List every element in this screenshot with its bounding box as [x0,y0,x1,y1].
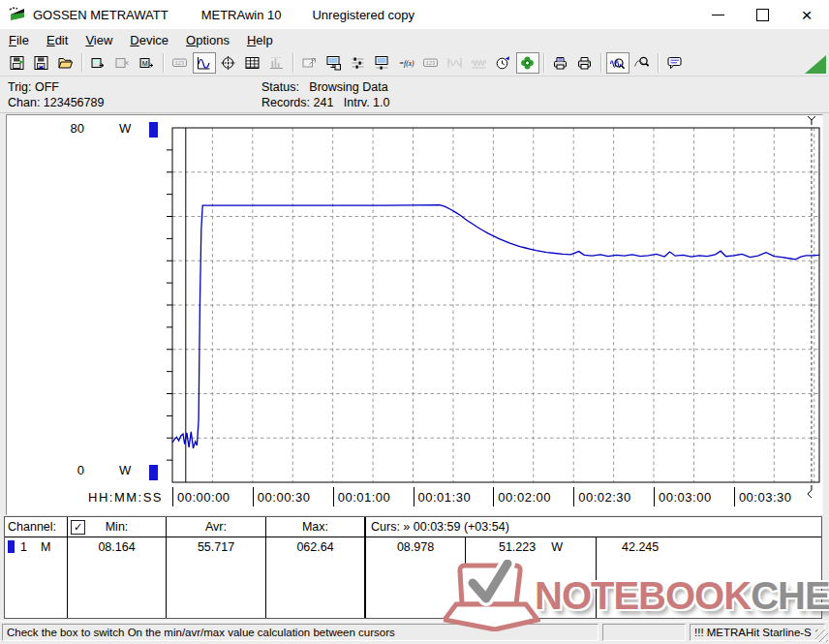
app-window: GOSSEN METRAWATT METRAwin 10 Unregistere… [0,0,829,644]
x-axis-row: HH:MM:SS 00:00:0000:00:3000:01:0000:01:3… [7,487,822,508]
x-axis-tick-label: 00:02:00 [498,490,551,505]
toolbar-separator [163,53,164,73]
annotation-icon [666,55,683,71]
title-license-status: Unregistered copy [312,8,414,22]
menu-item-help[interactable]: Help [238,31,282,49]
channel-id: 1 [20,540,27,554]
device-memory-button[interactable]: M [136,52,159,74]
menu-item-edit[interactable]: Edit [38,31,77,49]
save-as-button[interactable] [30,52,53,74]
device-stop-button [111,52,135,74]
save-data-button[interactable] [6,52,29,74]
display-config-button[interactable] [371,52,394,74]
toolbar: M123=f(x)123 [0,50,829,77]
device-read-icon [90,55,107,71]
app-logo-icon [9,6,26,23]
secondary-display-icon: 123 [422,55,439,71]
print-button[interactable] [573,52,597,74]
x-axis-tick-label: 00:01:00 [338,490,391,505]
browse-status: Status: Browsing Data [261,79,389,95]
x-axis-tick [734,487,735,506]
x-axis-tick-label: 00:00:30 [258,490,311,505]
cursor-diff-value: 42.245 [597,537,821,618]
channel-config-button[interactable] [347,52,370,74]
crosshair-cursors-icon [220,55,236,71]
save-as-icon [33,55,49,71]
cursor2-value: 51.223 [499,540,536,554]
x-axis-tick [414,487,414,506]
menu-item-view[interactable]: View [77,31,121,49]
power-trend-chart[interactable] [7,115,822,514]
status-bar: Check the box to switch On the min/avr/m… [0,621,829,644]
channel-list: Chan: 123456789 [8,95,104,110]
close-button[interactable]: × [784,0,829,29]
toolbar-green-triangle-icon [805,55,826,74]
x-axis-tick [654,487,655,506]
formula-button[interactable]: =f(x) [395,52,418,74]
menu-item-file[interactable]: File [0,31,38,49]
cursor2-value-cell: 51.223 W [466,537,597,618]
statusbar-hint-text: Check the box to switch On the min/avr/m… [2,624,599,641]
data-table-button[interactable] [241,52,264,74]
chart-panel[interactable]: 80 W 0 W HH:MM:SS 00:00:0000:00:3000:01:… [6,114,823,515]
curve-chart-button[interactable] [193,52,216,74]
device-stop-icon [114,55,131,71]
header-cursor-info: Curs: » 00:03:59 (+03:54) [365,517,821,537]
zoom-signal-icon [609,55,626,71]
minmax-calc-checkbox[interactable]: ✓ [71,520,85,535]
svg-text:M: M [142,60,148,67]
annotation-button[interactable] [663,52,687,74]
wave-multi-icon [471,55,487,71]
save-data-icon [9,55,25,71]
live-record-icon [519,55,536,71]
numeric-display-icon: 123 [171,55,188,71]
avr-value: 55.717 [167,537,266,618]
interval-timer-icon [495,55,511,71]
header-max: Max: [266,517,365,537]
menu-item-device[interactable]: Device [121,31,177,49]
print-icon [576,55,593,71]
menu-item-options[interactable]: Options [177,31,238,49]
maximize-button[interactable] [740,0,784,29]
x-axis-tick-label: 00:00:00 [177,490,230,505]
zoom-signal-button[interactable] [606,52,629,74]
print-preview-icon [552,55,568,71]
display-config-icon [374,55,390,71]
minimize-button[interactable] [695,0,740,29]
toolbar-separator [658,53,659,73]
x-axis-tick-label: 00:03:30 [739,490,792,505]
wave-multi-button [468,52,491,74]
histogram-button [265,52,289,74]
x-axis-tick [333,487,334,506]
y-axis-top-marker[interactable] [149,122,158,138]
channel-cell: 1 M [5,537,68,618]
open-file-button[interactable] [54,52,77,74]
data-table-icon [244,55,261,71]
interval-timer-button[interactable] [492,52,515,74]
minimize-icon [712,15,724,15]
crosshair-cursors-button[interactable] [217,52,240,74]
wave-single-icon [446,55,463,71]
curve-chart-icon [196,55,212,71]
toolbar-separator [600,53,601,73]
svg-text:123: 123 [426,60,436,67]
print-preview-button[interactable] [549,52,572,74]
resize-grip[interactable] [815,629,828,642]
zoom-curve-button[interactable] [630,52,654,74]
y-axis-bottom-marker[interactable] [149,465,158,480]
device-read-button[interactable] [87,52,110,74]
table-header-row: Channel: ✓ Min: Avr: Max: Curs: » 00:03:… [5,517,821,537]
secondary-display-button: 123 [419,52,443,74]
x-axis-caption: HH:MM:SS [88,490,163,505]
channel-value-table: Channel: ✓ Min: Avr: Max: Curs: » 00:03:… [4,516,822,619]
toolbar-separator [543,53,544,73]
channel-config-icon [350,55,366,71]
max-value: 062.64 [266,537,365,618]
numeric-display-button: 123 [169,52,192,74]
channel-mode: M [41,540,50,554]
live-record-button[interactable] [516,52,539,74]
header-avr: Avr: [167,517,266,537]
toolbar-separator [81,53,82,73]
x-axis-tick [493,487,494,506]
screen-save-button[interactable] [322,52,346,74]
